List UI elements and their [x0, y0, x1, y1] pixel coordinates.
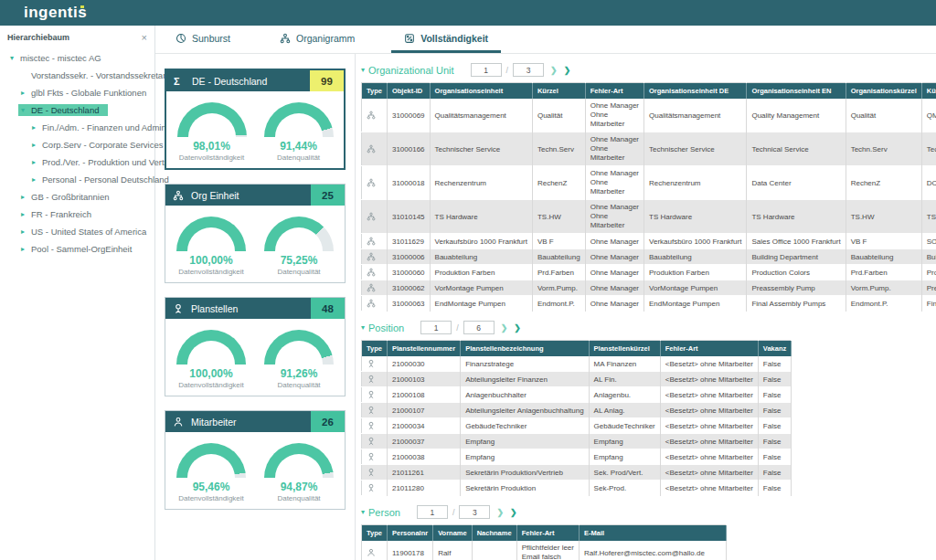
tree-item[interactable]: Vorstandssekr. - Vorstandssekretariat: [0, 67, 154, 84]
tree-toggle-icon[interactable]: ▸: [29, 141, 38, 149]
card-title: Org Einheit: [191, 190, 239, 201]
score-badge: 25: [311, 185, 345, 206]
tree-item[interactable]: ▸Personal - Personal Deutschland: [0, 171, 154, 188]
tree-toggle-icon[interactable]: ▾: [7, 54, 16, 62]
tree-toggle-icon[interactable]: ▸: [29, 123, 38, 132]
tree-item-label: US - United States of America: [27, 226, 150, 238]
collapse-caret-icon[interactable]: ▾: [361, 508, 365, 516]
close-icon[interactable]: ×: [142, 34, 147, 42]
page-total-input[interactable]: [459, 505, 490, 519]
orgchart-icon: [367, 283, 382, 292]
section-title: Position: [368, 322, 404, 333]
gauge-arc: [177, 102, 247, 137]
tree-toggle-icon[interactable]: ▸: [18, 245, 27, 253]
position-icon: [367, 452, 382, 461]
table-row[interactable]: 31000166Technischer ServiceTechn.ServOhn…: [362, 132, 936, 166]
tree-toggle-icon[interactable]: ▸: [29, 175, 38, 184]
tree-item[interactable]: ▸Prod./Ver. - Produktion und Vertrieb: [0, 153, 154, 171]
table-cell: 21011261: [387, 465, 460, 481]
position-table: TypePlanstellennummerPlanstellenbezeichn…: [361, 340, 792, 496]
table-row[interactable]: 21011261Sekretärin Produktion/VertriebSe…: [362, 465, 792, 481]
page-total-input[interactable]: [463, 321, 495, 334]
last-page-icon[interactable]: ❯: [564, 66, 571, 75]
tree-item[interactable]: ▸Fin./Adm. - Finanzen und Administration: [0, 119, 154, 136]
gauge-value: 91,26%: [258, 367, 340, 380]
tree-item[interactable]: ▸glbl Fkts - Globale Funktionen: [0, 84, 154, 101]
table-row[interactable]: 31010145TS HardwareTS.HWOhne Manager Ohn…: [362, 200, 936, 234]
table-row[interactable]: 11900178RalfPflichtfelder leer Email fal…: [362, 541, 727, 560]
table-cell: Vorm.Pump.: [846, 280, 921, 296]
pager: / ❯ ❯: [417, 505, 517, 519]
table-cell: Final Assembly Pumps: [747, 296, 846, 312]
tab-sunburst[interactable]: Sunburst: [163, 26, 243, 53]
tree-item[interactable]: ▾DE - Deutschland: [0, 101, 154, 119]
table-cell: Quality Management: [747, 99, 846, 132]
table-row[interactable]: 21011280Sekretärin ProduktionSek-Prod.<B…: [362, 481, 792, 496]
tree-item[interactable]: ▸GB - Großbritannien: [0, 188, 154, 206]
table-row[interactable]: 31000006BauabteilungBauabteilungOhne Man…: [362, 249, 936, 265]
table-cell: Anlagenbuchhalter: [461, 387, 589, 403]
table-cell: <Besetzt> ohne Mitarbeiter: [660, 356, 758, 372]
logo-accent-icon: [80, 5, 84, 8]
next-page-icon[interactable]: ❯: [501, 323, 508, 333]
table-row[interactable]: 31000018RechenzentrumRechenZOhne Manager…: [362, 166, 936, 200]
table-cell: False: [758, 449, 791, 465]
tree-toggle-icon[interactable]: ▸: [18, 89, 27, 97]
table-cell: Building Dept.: [921, 249, 936, 265]
tab-organigramm[interactable]: Organigramm: [267, 26, 367, 53]
table-cell: Ohne Manager: [585, 249, 644, 265]
hierarchy-tree: ▾misctec - misctec AGVorstandssekr. - Vo…: [0, 48, 154, 258]
tree-item[interactable]: ▸FR - Frankreich: [0, 206, 154, 223]
card-title: Planstellen: [191, 303, 238, 314]
collapse-caret-icon[interactable]: ▾: [361, 323, 365, 332]
table-cell: Technischer Service: [644, 132, 747, 166]
page-input[interactable]: [471, 63, 502, 77]
page-input[interactable]: [417, 505, 448, 519]
kpi-card[interactable]: Planstellen48100,00%Datenvollständigkeit…: [165, 297, 346, 396]
table-cell: False: [758, 434, 791, 449]
tree-toggle-icon[interactable]: ▸: [18, 210, 27, 218]
tree-toggle-icon[interactable]: ▾: [18, 106, 27, 114]
table-cell: Produktion Farben: [644, 265, 747, 280]
kpi-card[interactable]: Mitarbeiter2695,46%Datenvollständigkeit9…: [165, 410, 346, 510]
gauge-arc: [264, 102, 334, 137]
tree-item[interactable]: ▾misctec - misctec AG: [0, 49, 154, 67]
kpi-card[interactable]: ΣDE - Deutschland9998,01%Datenvollständi…: [165, 69, 346, 170]
table-row[interactable]: 21000030FinanzstrategeMA Finanzen<Besetz…: [362, 356, 792, 372]
next-page-icon[interactable]: ❯: [496, 508, 504, 517]
table-cell: Verkaufsbüro 1000 Frankfurt: [430, 234, 532, 249]
type-cell: [362, 387, 388, 403]
tree-toggle-icon[interactable]: ▸: [18, 193, 27, 201]
table-row[interactable]: 31000062VorMontage PumpenVorm.Pump.Ohne …: [362, 280, 936, 296]
tree-item[interactable]: ▸US - United States of America: [0, 223, 154, 240]
table-row[interactable]: 31000063EndMontage PumpenEndmont.P.Ohne …: [362, 296, 936, 312]
table-row[interactable]: 31000069QualitätsmanagementQualitätOhne …: [362, 99, 936, 132]
top-bar: ingentis: [0, 0, 936, 26]
table-row[interactable]: 31000060Produktion FarbenPrd.FarbenOhne …: [362, 265, 936, 280]
table-row[interactable]: 21000037EmpfangEmpfang<Besetzt> ohne Mit…: [362, 434, 792, 449]
tab-vollständigkeit[interactable]: Vollständigkeit: [391, 26, 501, 53]
table-row[interactable]: 21000107Abteilungsleiter Anlagenbuchhalt…: [362, 403, 792, 418]
completeness-icon: [404, 33, 415, 44]
table-row[interactable]: 21000103Abteilungsleiter FinanzenAL Fin.…: [362, 372, 792, 387]
tree-item[interactable]: ▸Corp.Serv - Corporate Services: [0, 136, 154, 153]
page-total-input[interactable]: [513, 63, 544, 77]
last-page-icon[interactable]: ❯: [514, 323, 521, 333]
table-row[interactable]: 21000108AnlagenbuchhalterAnlagenbu.<Bese…: [362, 387, 792, 403]
gauge: 98,01%Datenvollständigkeit: [171, 102, 253, 162]
table-row[interactable]: 21000034GebäudeTechnikerGebäudeTechniker…: [362, 418, 792, 434]
gauge-value: 98,01%: [171, 140, 253, 153]
table-row[interactable]: 31011629Verkaufsbüro 1000 FrankfurtVB FO…: [362, 234, 936, 249]
gauge: 91,44%Datenqualität: [258, 102, 340, 162]
tree-toggle-icon[interactable]: ▸: [18, 227, 27, 236]
collapse-caret-icon[interactable]: ▾: [361, 66, 365, 74]
column-header: Personalnr: [387, 525, 432, 542]
tree-toggle-icon[interactable]: ▸: [29, 158, 38, 166]
tree-item[interactable]: ▸Pool - Sammel-OrgEinheit: [0, 240, 154, 258]
kpi-card[interactable]: Org Einheit25100,00%Datenvollständigkeit…: [165, 184, 346, 283]
table-cell: Bauabteilung: [532, 249, 585, 265]
next-page-icon[interactable]: ❯: [550, 66, 558, 75]
page-input[interactable]: [420, 321, 452, 334]
last-page-icon[interactable]: ❯: [510, 508, 517, 517]
table-row[interactable]: 21000038EmpfangEmpfang<Besetzt> ohne Mit…: [362, 449, 792, 465]
